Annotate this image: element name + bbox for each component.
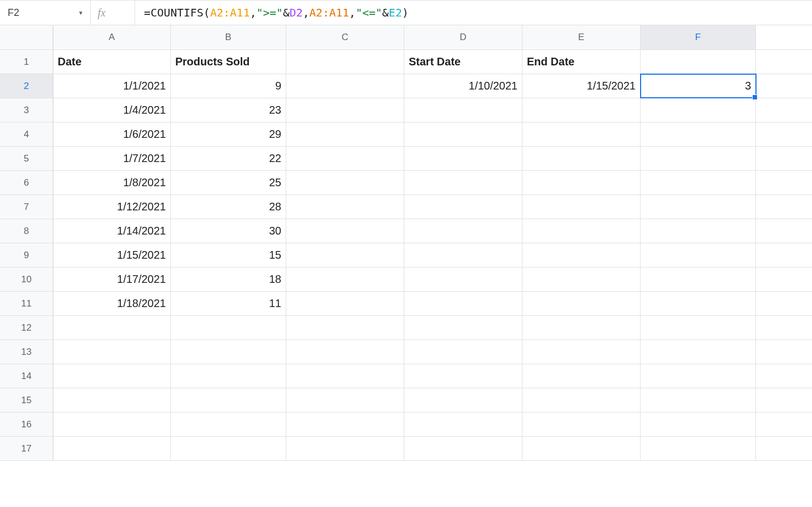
cell-A7[interactable]: 1/12/2021	[53, 195, 171, 219]
column-header-F[interactable]: F	[641, 25, 756, 49]
cell-A14[interactable]	[53, 364, 171, 388]
cell-A16[interactable]	[53, 413, 171, 436]
cell-B2[interactable]: 9	[171, 74, 286, 98]
cell-D7[interactable]	[404, 195, 522, 219]
cell-C15[interactable]	[286, 388, 404, 412]
cell-C12[interactable]	[286, 316, 404, 339]
cell-E2[interactable]: 1/15/2021	[522, 74, 641, 98]
cell-B16[interactable]	[171, 413, 286, 436]
cell-E4[interactable]	[522, 122, 641, 146]
row-header-7[interactable]: 7	[0, 195, 53, 219]
row-header-15[interactable]: 15	[0, 388, 53, 412]
cell-A5[interactable]: 1/7/2021	[53, 147, 171, 170]
cell-C13[interactable]	[286, 340, 404, 364]
row-header-10[interactable]: 10	[0, 268, 53, 291]
cell-F12[interactable]	[641, 316, 756, 339]
cell-C9[interactable]	[286, 243, 404, 267]
cell-F11[interactable]	[641, 292, 756, 315]
cell-B17[interactable]	[171, 437, 286, 460]
cell-A8[interactable]: 1/14/2021	[53, 219, 171, 243]
cell-C7[interactable]	[286, 195, 404, 219]
cell-E10[interactable]	[522, 268, 641, 291]
cell-B5[interactable]: 22	[171, 147, 286, 170]
cell-A2[interactable]: 1/1/2021	[53, 74, 171, 98]
cell-B12[interactable]	[171, 316, 286, 339]
column-header-B[interactable]: B	[171, 25, 286, 49]
row-header-13[interactable]: 13	[0, 340, 53, 364]
cell-D17[interactable]	[404, 437, 522, 460]
cell-D1[interactable]: Start Date	[404, 50, 522, 74]
cell-E1[interactable]: End Date	[522, 50, 641, 74]
cell-F16[interactable]	[641, 413, 756, 436]
cell-D2[interactable]: 1/10/2021	[404, 74, 522, 98]
row-header-3[interactable]: 3	[0, 98, 53, 122]
cell-F4[interactable]	[641, 122, 756, 146]
cell-C3[interactable]	[286, 98, 404, 122]
row-header-9[interactable]: 9	[0, 243, 53, 267]
cell-D3[interactable]	[404, 98, 522, 122]
cell-F5[interactable]	[641, 147, 756, 170]
cell-D14[interactable]	[404, 364, 522, 388]
cell-C16[interactable]	[286, 413, 404, 436]
column-header-A[interactable]: A	[53, 25, 171, 49]
cell-C5[interactable]	[286, 147, 404, 170]
cell-B4[interactable]: 29	[171, 122, 286, 146]
cell-D6[interactable]	[404, 171, 522, 194]
cell-D9[interactable]	[404, 243, 522, 267]
name-box-dropdown-icon[interactable]: ▼	[78, 10, 84, 16]
cell-B6[interactable]: 25	[171, 171, 286, 194]
cell-C11[interactable]	[286, 292, 404, 315]
cell-E16[interactable]	[522, 413, 641, 436]
cell-E13[interactable]	[522, 340, 641, 364]
cell-F14[interactable]	[641, 364, 756, 388]
cell-A17[interactable]	[53, 437, 171, 460]
cell-B15[interactable]	[171, 388, 286, 412]
cell-A4[interactable]: 1/6/2021	[53, 122, 171, 146]
row-header-16[interactable]: 16	[0, 413, 53, 436]
cell-C8[interactable]	[286, 219, 404, 243]
column-header-E[interactable]: E	[522, 25, 641, 49]
cell-C4[interactable]	[286, 122, 404, 146]
row-header-12[interactable]: 12	[0, 316, 53, 339]
cell-A11[interactable]: 1/18/2021	[53, 292, 171, 315]
cell-A10[interactable]: 1/17/2021	[53, 268, 171, 291]
cell-E17[interactable]	[522, 437, 641, 460]
cell-E6[interactable]	[522, 171, 641, 194]
cell-B7[interactable]: 28	[171, 195, 286, 219]
cell-C6[interactable]	[286, 171, 404, 194]
select-all-corner[interactable]	[0, 25, 53, 49]
cell-E8[interactable]	[522, 219, 641, 243]
cell-D4[interactable]	[404, 122, 522, 146]
cell-C1[interactable]	[286, 50, 404, 74]
cell-F8[interactable]	[641, 219, 756, 243]
cell-D12[interactable]	[404, 316, 522, 339]
cell-E15[interactable]	[522, 388, 641, 412]
row-header-5[interactable]: 5	[0, 147, 53, 170]
cell-A15[interactable]	[53, 388, 171, 412]
cell-C14[interactable]	[286, 364, 404, 388]
cell-F2[interactable]: 3	[641, 74, 756, 98]
cell-B8[interactable]: 30	[171, 219, 286, 243]
row-header-8[interactable]: 8	[0, 219, 53, 243]
cell-A3[interactable]: 1/4/2021	[53, 98, 171, 122]
cell-E9[interactable]	[522, 243, 641, 267]
cell-C2[interactable]	[286, 74, 404, 98]
row-header-1[interactable]: 1	[0, 50, 53, 74]
cell-E7[interactable]	[522, 195, 641, 219]
row-header-14[interactable]: 14	[0, 364, 53, 388]
cell-F3[interactable]	[641, 98, 756, 122]
cell-F15[interactable]	[641, 388, 756, 412]
cell-F13[interactable]	[641, 340, 756, 364]
cell-D16[interactable]	[404, 413, 522, 436]
cell-D13[interactable]	[404, 340, 522, 364]
row-header-17[interactable]: 17	[0, 437, 53, 460]
cell-D10[interactable]	[404, 268, 522, 291]
column-header-C[interactable]: C	[286, 25, 404, 49]
cell-B3[interactable]: 23	[171, 98, 286, 122]
row-header-2[interactable]: 2	[0, 74, 53, 98]
cell-F17[interactable]	[641, 437, 756, 460]
cell-F7[interactable]	[641, 195, 756, 219]
cell-A1[interactable]: Date	[53, 50, 171, 74]
cell-C17[interactable]	[286, 437, 404, 460]
cell-F1[interactable]	[641, 50, 756, 74]
